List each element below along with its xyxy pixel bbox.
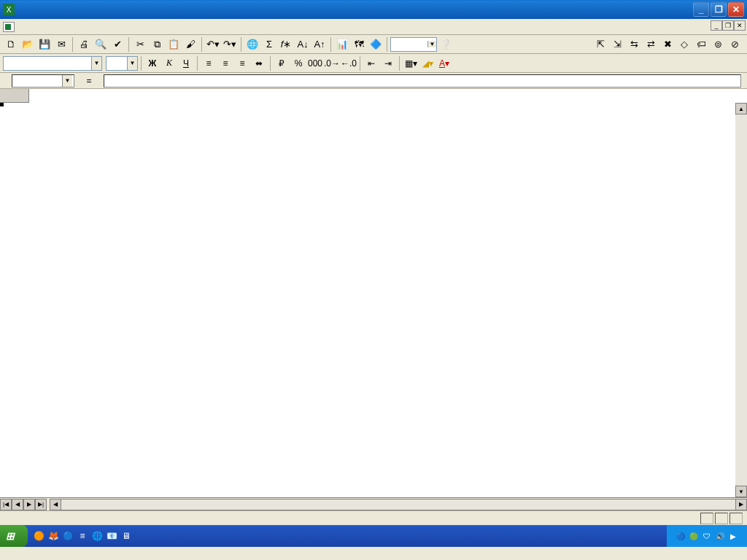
sort-asc-icon[interactable]: A↓ xyxy=(295,36,311,52)
map-icon[interactable]: 🗺 xyxy=(351,36,367,52)
decrease-indent-icon[interactable]: ⇤ xyxy=(363,55,379,71)
remove-arrows-icon[interactable]: ✖ xyxy=(659,36,676,52)
tab-first-icon[interactable]: |◀ xyxy=(0,499,12,510)
font-size-input[interactable] xyxy=(107,59,127,68)
italic-button[interactable]: К xyxy=(161,55,177,71)
tab-last-icon[interactable]: ▶| xyxy=(35,499,47,510)
percent-icon[interactable]: % xyxy=(290,55,306,71)
align-left-icon[interactable]: ≡ xyxy=(201,55,217,71)
vertical-scrollbar[interactable]: ▲ ▼ xyxy=(735,103,747,497)
menu-format[interactable] xyxy=(54,26,63,28)
remove-dependents-icon[interactable]: ⇄ xyxy=(643,36,659,52)
open-icon[interactable]: 📂 xyxy=(20,36,36,52)
borders-icon[interactable]: ▦▾ xyxy=(403,55,419,71)
function-icon[interactable]: f∗ xyxy=(278,36,294,52)
zoom-input[interactable] xyxy=(391,40,427,49)
sort-desc-icon[interactable]: A↑ xyxy=(311,36,328,52)
tab-prev-icon[interactable]: ◀ xyxy=(12,499,23,510)
tray-icon[interactable]: 🟢 xyxy=(689,531,699,541)
tray-icon[interactable]: 🔊 xyxy=(715,531,725,541)
remove-precedents-icon[interactable]: ⇲ xyxy=(609,36,625,52)
quicklaunch-icon[interactable]: 🌐 xyxy=(90,529,104,543)
redo-icon[interactable]: ↷▾ xyxy=(222,36,238,52)
scroll-down-icon[interactable]: ▼ xyxy=(735,486,747,497)
currency-icon[interactable]: ₽ xyxy=(274,55,290,71)
chevron-down-icon[interactable]: ▼ xyxy=(427,41,436,47)
increase-decimal-icon[interactable]: .0→ xyxy=(324,55,340,71)
increase-indent-icon[interactable]: ⇥ xyxy=(380,55,396,71)
comma-icon[interactable]: 000 xyxy=(307,55,323,71)
align-right-icon[interactable]: ≡ xyxy=(234,55,250,71)
quicklaunch-icon[interactable]: 🦊 xyxy=(47,529,60,543)
font-size-combo[interactable]: ▼ xyxy=(106,56,138,71)
menu-edit[interactable] xyxy=(28,26,36,28)
system-tray[interactable]: 🔵 🟢 🛡 🔊 ▶ xyxy=(667,525,747,547)
font-name-input[interactable] xyxy=(4,59,91,68)
select-all-corner[interactable] xyxy=(0,89,29,103)
quicklaunch-icon[interactable]: 📧 xyxy=(105,529,118,543)
menu-window[interactable] xyxy=(80,26,89,28)
paste-icon[interactable]: 📋 xyxy=(166,36,182,52)
mail-icon[interactable]: ✉ xyxy=(53,36,69,52)
underline-button[interactable]: Ч xyxy=(178,55,194,71)
scroll-right-icon[interactable]: ▶ xyxy=(735,499,747,510)
chevron-down-icon[interactable]: ▼ xyxy=(62,75,72,87)
trace-error-icon[interactable]: ◇ xyxy=(676,36,692,52)
clear-circles-icon[interactable]: ⊘ xyxy=(727,36,743,52)
quicklaunch-icon[interactable]: 🔵 xyxy=(61,529,74,543)
chevron-down-icon[interactable]: ▼ xyxy=(127,57,137,70)
horizontal-scrollbar[interactable]: ◀ ▶ xyxy=(50,499,747,510)
comment-icon[interactable]: 🏷 xyxy=(693,36,709,52)
name-box-input[interactable] xyxy=(12,77,62,85)
scroll-left-icon[interactable]: ◀ xyxy=(50,499,61,510)
start-button[interactable]: ⊞ xyxy=(0,525,28,547)
cut-icon[interactable]: ✂ xyxy=(132,36,148,52)
menu-file[interactable] xyxy=(19,26,28,28)
quicklaunch-icon[interactable]: 🖥 xyxy=(120,529,133,543)
merge-center-icon[interactable]: ⬌ xyxy=(251,55,267,71)
tray-icon[interactable]: 🛡 xyxy=(702,531,712,541)
print-icon[interactable]: 🖨 xyxy=(76,36,92,52)
trace-precedents-icon[interactable]: ⇱ xyxy=(592,36,608,52)
preview-icon[interactable]: 🔍 xyxy=(93,36,109,52)
mdi-close-button[interactable]: ✕ xyxy=(734,20,746,31)
menu-view[interactable] xyxy=(36,26,45,28)
tab-next-icon[interactable]: ▶ xyxy=(23,499,35,510)
menu-help[interactable] xyxy=(89,26,98,28)
new-icon[interactable]: 🗋 xyxy=(3,36,19,52)
menu-insert[interactable] xyxy=(45,26,54,28)
align-center-icon[interactable]: ≡ xyxy=(217,55,233,71)
font-color-icon[interactable]: A▾ xyxy=(436,55,452,71)
close-button[interactable]: ✕ xyxy=(728,2,744,17)
chart-icon[interactable]: 📊 xyxy=(334,36,350,52)
hyperlink-icon[interactable]: 🌐 xyxy=(244,36,260,52)
tray-icon[interactable]: ▶ xyxy=(728,531,738,541)
name-box[interactable]: ▼ xyxy=(12,74,74,88)
undo-icon[interactable]: ↶▾ xyxy=(205,36,221,52)
formula-input[interactable] xyxy=(104,74,741,88)
menu-service[interactable] xyxy=(63,26,71,28)
menu-data[interactable] xyxy=(71,26,80,28)
spell-icon[interactable]: ✔ xyxy=(109,36,125,52)
trace-dependents-icon[interactable]: ⇆ xyxy=(626,36,642,52)
help-icon[interactable]: ❔ xyxy=(438,36,454,52)
format-painter-icon[interactable]: 🖌 xyxy=(182,36,198,52)
zoom-combo[interactable]: ▼ xyxy=(390,37,437,52)
document-icon[interactable] xyxy=(3,22,15,32)
minimize-button[interactable]: _ xyxy=(693,2,709,17)
decrease-decimal-icon[interactable]: ←.0 xyxy=(341,55,357,71)
spreadsheet-grid[interactable]: ▲ ▼ xyxy=(0,89,747,497)
tray-icon[interactable]: 🔵 xyxy=(676,531,686,541)
circle-invalid-icon[interactable]: ⊚ xyxy=(710,36,726,52)
copy-icon[interactable]: ⧉ xyxy=(149,36,165,52)
bold-button[interactable]: Ж xyxy=(144,55,160,71)
autosum-icon[interactable]: Σ xyxy=(261,36,277,52)
mdi-restore-button[interactable]: ❐ xyxy=(722,20,734,31)
save-icon[interactable]: 💾 xyxy=(36,36,53,52)
quicklaunch-icon[interactable]: 🟠 xyxy=(32,529,45,543)
font-name-combo[interactable]: ▼ xyxy=(3,56,102,71)
quicklaunch-icon[interactable]: ≡ xyxy=(76,529,89,543)
chevron-down-icon[interactable]: ▼ xyxy=(91,57,101,70)
fill-color-icon[interactable]: ◢▾ xyxy=(419,55,436,71)
mdi-minimize-button[interactable]: _ xyxy=(711,20,722,31)
